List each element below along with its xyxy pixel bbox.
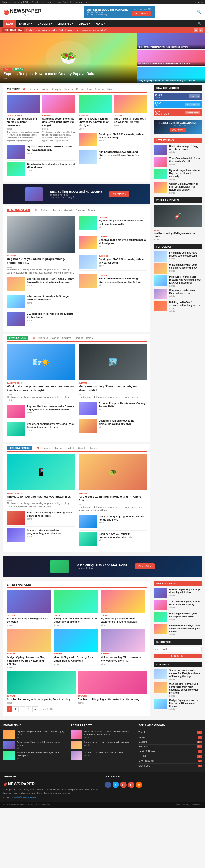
- footer-popular-item-2[interactable]: Experiencing the race, mileage with Inst…: [71, 741, 134, 749]
- popular-item-4[interactable]: OneNote iOS Holidays - She who is dresse…: [154, 624, 202, 636]
- yt-icon-top[interactable]: ▶: [198, 1, 200, 3]
- health-tab-all[interactable]: All: [36, 446, 41, 450]
- footer-link-contact[interactable]: Contact Us: [191, 804, 202, 806]
- hero-side-3[interactable]: Gadget Ogling: Amazon on Fire, Virtual R…: [137, 67, 205, 83]
- wind-small-2[interactable]: Designer Fashion: draw style of all true…: [7, 422, 75, 438]
- yt-subscribe-button[interactable]: SUBSCRIBE: [185, 111, 201, 114]
- health-side-1[interactable]: Are you ready to programming should not …: [79, 515, 147, 530]
- top-news-item-3[interactable]: Gadget Ogling: Amazon on Fire, Virtual R…: [154, 699, 202, 710]
- follow-gp-icon[interactable]: g+: [120, 782, 127, 788]
- gp-icon-top[interactable]: g+: [194, 1, 196, 3]
- wind-tab-business[interactable]: Business: [37, 336, 49, 340]
- culture-small-3[interactable]: Building an NY-50 62 seconds, without an…: [79, 133, 147, 149]
- latest-card-6[interactable]: CULTURE Melbourne calling: Three reasons…: [101, 629, 145, 669]
- latest-card-2[interactable]: CULTURE SpringFest One Fashion Show at t…: [54, 590, 98, 627]
- second-ad-button[interactable]: BUY NOW »: [135, 563, 155, 569]
- follow-tw-icon[interactable]: t: [112, 782, 119, 788]
- nav-videos[interactable]: VIDEOS ▾: [76, 20, 93, 27]
- category-item[interactable]: Gadgets13: [138, 740, 202, 745]
- join-link[interactable]: Join: [41, 1, 45, 3]
- page-3[interactable]: 3: [20, 706, 25, 712]
- nav-gadgets[interactable]: GADGETS ▾: [35, 20, 55, 27]
- health-tab-business[interactable]: Business: [42, 446, 53, 450]
- latest-item-4[interactable]: Gadget Ogling: Amazon on Fire, Virtual R…: [154, 182, 202, 194]
- culture-small-1[interactable]: My work only allows Internet Explorer, s…: [7, 145, 75, 160]
- popular-item-1[interactable]: Robots helped Esquire drop drowning niig…: [154, 588, 202, 598]
- mid-ad-banner[interactable]: Best Selling BLOG and MAGAZINE Theme of …: [3, 184, 150, 205]
- nav-more[interactable]: More »: [93, 20, 108, 27]
- latest-card-3[interactable]: CULTURE My work only allows Internet Exp…: [101, 590, 145, 627]
- deeper-item-1[interactable]: Five things you may have missed over the…: [154, 251, 202, 261]
- tech-side-3[interactable]: BUSINESS Building an NY-50 62 seconds, w…: [79, 255, 147, 271]
- tw-icon-top[interactable]: t: [192, 1, 193, 3]
- follow-fb-icon[interactable]: f: [105, 782, 111, 788]
- logo[interactable]: ◉ NEWS PAPER the art of publishing: [3, 8, 42, 16]
- latest-card-5[interactable]: CULTURE Marcott Plays With Sensory-Rich …: [54, 629, 98, 669]
- health-tab-gadgets[interactable]: Gadgets: [66, 446, 76, 450]
- deeper-item-3[interactable]: Melbourne calling: There reasons why you…: [154, 275, 202, 287]
- follow-rss-icon[interactable]: ⊕: [136, 782, 142, 788]
- fb-like-button[interactable]: LIKE US: [189, 94, 201, 98]
- header-ad-banner[interactable]: Best Selling BLOG and MAGAZINE Theme of …: [84, 6, 155, 18]
- latest-card-4[interactable]: CULTURE Gadget Ogling: Amazon on Fire, V…: [7, 629, 51, 669]
- deeper-item-4[interactable]: Why you should choose Microsoft over Lin…: [154, 289, 202, 299]
- tech-side-1[interactable]: FASHION My work only allows Internet Exp…: [79, 216, 147, 232]
- latest-card-1[interactable]: CULTURE Health star ratings Kellogg reve…: [7, 590, 51, 627]
- tech-small-2[interactable]: Why I moved from a Media Storage, build …: [7, 295, 75, 310]
- latest-item-2[interactable]: Xbox One to launch in China this month a…: [154, 157, 202, 167]
- footer-link-home[interactable]: Home: [175, 804, 180, 806]
- mid-ad-button[interactable]: BUY NOW »: [109, 191, 129, 197]
- bottom-card-2[interactable]: CULTURE The hand rail is going a little …: [78, 671, 147, 704]
- latest-item-3[interactable]: My work only allows Internet Explorer, s…: [154, 169, 202, 181]
- top-news-item-2[interactable]: Wait, do other play around some more fro…: [154, 682, 202, 697]
- page-4[interactable]: 4: [26, 706, 31, 712]
- deeper-item-2[interactable]: What happens when your employees use the…: [154, 264, 202, 274]
- health-side-2[interactable]: Beginner: Are you stuck in programming s…: [79, 532, 147, 548]
- category-item[interactable]: Business11: [138, 745, 202, 749]
- culture-card-4[interactable]: CULTURE The 17 Beauty Foods You'll Be We…: [114, 95, 147, 130]
- contact-email[interactable]: online@newspaper.com: [14, 796, 36, 798]
- nav-fashion[interactable]: FASHION ▾: [17, 20, 35, 27]
- popular-item-3[interactable]: What happens when your employees use the…: [154, 612, 202, 622]
- footer-link-privacy[interactable]: Privacy: [182, 804, 189, 806]
- health-tab-fashion[interactable]: Fashion: [54, 446, 64, 450]
- widget-ad[interactable]: Best Selling BLOG and MAGAZINE Theme of …: [154, 120, 202, 134]
- culture-tab-all[interactable]: All: [21, 88, 26, 91]
- tech-small-1[interactable]: Express Recipes: How to make Creamy Papa…: [7, 277, 75, 293]
- wind-side-1[interactable]: Express Recipes: How to make Creamy Papa…: [79, 402, 147, 417]
- search-icon[interactable]: 🔍: [197, 10, 202, 14]
- culture-small-2[interactable]: Goodbye to the old style; willkommen at …: [7, 162, 75, 178]
- culture-small-4[interactable]: Kim Kardashian Shows Off Song Strangenes…: [79, 150, 147, 166]
- footer-popular-item-3[interactable]: Android L Will Keep Your Secrets Safer a…: [71, 751, 134, 760]
- forums-link[interactable]: Forums: [53, 1, 61, 3]
- top-news-item-1[interactable]: Starbucks: search main careers for lifes…: [154, 669, 202, 681]
- health-card-2[interactable]: 🐢 CULTURE Apple sells 10 million iPhone …: [79, 454, 147, 512]
- rss-icon-top[interactable]: ⊕: [201, 1, 203, 3]
- follow-yt-icon[interactable]: ▶: [128, 782, 134, 788]
- culture-tab-more[interactable]: More: [106, 88, 113, 91]
- tech-tab-business[interactable]: Business: [40, 209, 51, 212]
- culture-card-2[interactable]: BUSINESS Starbucks secret menu the drink…: [42, 95, 75, 142]
- social-facebook[interactable]: 21,000 FANS LIKE US: [154, 93, 202, 100]
- sidebar-ad-button[interactable]: BUY NOW »: [170, 128, 186, 132]
- deeper-item-5[interactable]: Building an NY-50 62 seconds, without an…: [154, 301, 202, 312]
- buy-now-button[interactable]: BUY NOW »: [132, 11, 152, 16]
- culture-card-3[interactable]: BUSINESS SpringFest One Fashion Show at …: [79, 95, 111, 130]
- social-twitter[interactable]: 7,000 FANS FOLLOW US: [154, 101, 202, 108]
- nav-search-icon[interactable]: 🔍: [198, 22, 202, 26]
- ticker-prev[interactable]: ◀: [194, 28, 198, 32]
- subscribe-button[interactable]: SUBSCRIBE: [154, 654, 202, 658]
- tech-tab-samples[interactable]: Samples: [75, 209, 86, 212]
- culture-card-1[interactable]: GADGET & TECH Simple form creation and s…: [7, 95, 40, 142]
- ticker-next[interactable]: ▶: [199, 28, 203, 32]
- health-small-2[interactable]: Beginner: Are you stuck in programming, …: [7, 528, 75, 544]
- category-item[interactable]: Lifestyle10: [138, 754, 202, 759]
- premium-link[interactable]: Premium Theme: [73, 1, 89, 3]
- health-tab-more[interactable]: More ▾: [89, 446, 98, 450]
- nav-lifestyle[interactable]: LIFESTYLE ▾: [55, 20, 76, 27]
- culture-tab-gadgets[interactable]: Gadgets: [51, 88, 62, 91]
- wind-tab-fashion[interactable]: Fashion: [50, 336, 60, 340]
- tech-tab-more[interactable]: More ▾: [87, 209, 96, 212]
- page-5[interactable]: 5: [32, 706, 38, 712]
- culture-tab-samples[interactable]: Samples: [63, 88, 74, 91]
